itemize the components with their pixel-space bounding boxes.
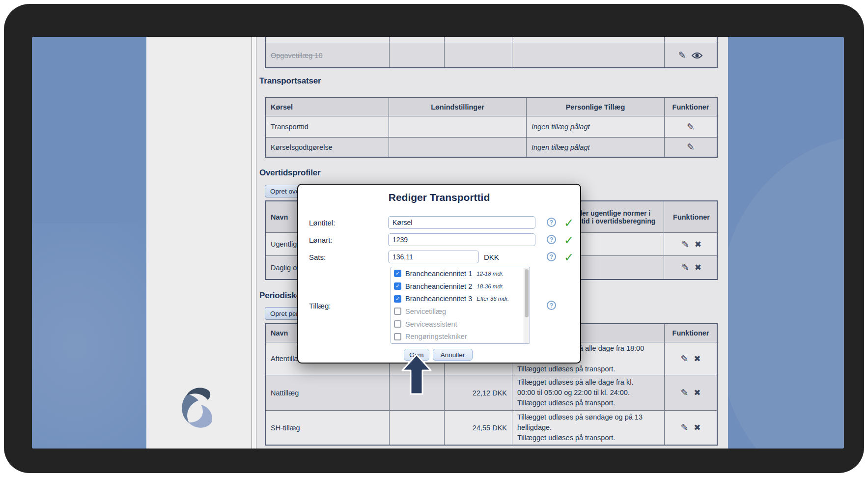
- col-header-koersel: Kørsel: [266, 98, 389, 116]
- edit-icon[interactable]: ✎: [681, 263, 689, 272]
- loenart-input[interactable]: [388, 233, 535, 246]
- table-row: Nattillæg 22,12 DKK Tillægget udløses på…: [266, 375, 717, 410]
- desktop-viewport: Opgavetillæg 10 ✎: [32, 37, 844, 449]
- delete-icon[interactable]: ✖: [694, 389, 700, 397]
- checkbox-unchecked-icon[interactable]: [394, 320, 401, 328]
- edit-icon[interactable]: ✎: [687, 142, 695, 152]
- loentitel-input[interactable]: [388, 216, 535, 229]
- row-name: Transporttid: [266, 116, 389, 137]
- table-row: Opgavetillæg 10 ✎: [266, 43, 717, 67]
- deleted-task-name: Opgavetillæg 10: [271, 52, 323, 59]
- supplement-option[interactable]: Serviceassistent: [391, 318, 530, 331]
- help-icon[interactable]: ?: [547, 218, 556, 227]
- sats-input[interactable]: [388, 251, 479, 263]
- table-row: [266, 37, 717, 43]
- loenart-label: Lønart:: [309, 233, 333, 246]
- checkbox-unchecked-icon[interactable]: [394, 308, 401, 315]
- tillaeg-label: Tillæg:: [309, 299, 331, 312]
- col-header-funktioner: Funktioner: [665, 324, 717, 342]
- delete-icon[interactable]: ✖: [694, 423, 700, 432]
- edit-icon[interactable]: ✎: [678, 51, 686, 60]
- table-row: Transporttid Ingen tillæg pålagt ✎: [266, 116, 717, 137]
- tasks-table: Opgavetillæg 10 ✎: [265, 37, 718, 68]
- table-header-row: Kørsel Lønindstillinger Personlige Tillæ…: [266, 98, 717, 116]
- section-heading-overtime: Overtidsprofiler: [259, 168, 320, 178]
- valid-check-icon: ✓: [564, 252, 574, 263]
- supplement-description: Tillægget udløses på søndage og på 13 he…: [512, 411, 665, 445]
- supplement-option[interactable]: Brancheanciennitet 1 12-18 mdr.: [391, 267, 530, 280]
- edit-icon[interactable]: ✎: [680, 388, 688, 397]
- col-header-funktioner: Funktioner: [664, 201, 719, 232]
- edit-transporttid-dialog: Rediger Transporttid Løntitel: ? ✓ Lønar…: [297, 184, 581, 364]
- row-name: Nattillæg: [266, 375, 390, 410]
- valid-check-icon: ✓: [564, 234, 574, 246]
- col-header-funktioner: Funktioner: [665, 98, 717, 116]
- app-logo-icon: [178, 387, 219, 432]
- checkbox-checked-icon[interactable]: [394, 282, 401, 290]
- show-icon[interactable]: [691, 52, 703, 59]
- rate-value: 22,12 DKK: [445, 375, 512, 410]
- loentitel-label: Løntitel:: [309, 216, 335, 229]
- listbox-scrollbar-thumb[interactable]: [525, 269, 529, 317]
- cancel-button[interactable]: Annuller: [433, 349, 473, 361]
- table-row: SH-tillæg 24,55 DKK Tillægget udløses på…: [266, 410, 717, 445]
- supplement-option[interactable]: Brancheanciennitet 3 Efter 36 mdr.: [391, 292, 530, 305]
- help-icon[interactable]: ?: [547, 301, 556, 310]
- supplement-option[interactable]: Rengøringstekniker: [391, 330, 530, 343]
- screenshot-canvas: { "colors": { "desktop_blue": "#6f8ebc",…: [0, 0, 868, 477]
- currency-suffix: DKK: [484, 251, 499, 263]
- personal-supplement-status: Ingen tillæg pålagt: [527, 138, 665, 157]
- col-header-personlige-tillaeg: Personlige Tillæg: [527, 98, 665, 116]
- edit-icon[interactable]: ✎: [681, 240, 689, 249]
- help-icon[interactable]: ?: [547, 235, 556, 244]
- dialog-title: Rediger Transporttid: [298, 192, 580, 203]
- supplement-option[interactable]: Servicetillæg: [391, 305, 530, 318]
- desktop-wave-decoration: [720, 135, 844, 449]
- valid-check-icon: ✓: [564, 217, 574, 229]
- supplement-description: Tillægget udløses på alle dage fra kl. 0…: [512, 375, 665, 410]
- sats-label: Sats:: [309, 251, 326, 263]
- edit-icon[interactable]: ✎: [687, 122, 695, 132]
- row-name: Kørselsgodtgørelse: [266, 138, 389, 157]
- supplement-option[interactable]: Brancheanciennitet 2 18-36 mdr.: [391, 280, 530, 293]
- screenshot-frame: Opgavetillæg 10 ✎: [4, 4, 864, 473]
- transport-table: Kørsel Lønindstillinger Personlige Tillæ…: [265, 97, 718, 158]
- supplement-multiselect[interactable]: Brancheanciennitet 1 12-18 mdr. Branchea…: [391, 267, 530, 344]
- delete-icon[interactable]: ✖: [694, 355, 700, 363]
- row-name: SH-tillæg: [266, 411, 390, 445]
- edit-icon[interactable]: ✎: [680, 354, 688, 364]
- checkbox-unchecked-icon[interactable]: [394, 333, 401, 340]
- edit-icon[interactable]: ✎: [680, 423, 688, 432]
- checkbox-checked-icon[interactable]: [394, 270, 401, 277]
- table-row: Kørselsgodtgørelse Ingen tillæg pålagt ✎: [266, 137, 717, 157]
- delete-icon[interactable]: ✖: [695, 263, 701, 272]
- personal-supplement-status: Ingen tillæg pålagt: [527, 116, 665, 137]
- pointer-arrow-icon: [401, 354, 432, 396]
- checkbox-checked-icon[interactable]: [394, 295, 401, 303]
- help-icon[interactable]: ?: [547, 252, 556, 261]
- rate-value: 24,55 DKK: [445, 411, 512, 445]
- col-header-loenindstillinger: Lønindstillinger: [389, 98, 527, 116]
- listbox-scrollbar[interactable]: [524, 268, 529, 343]
- section-heading-transport: Transportsatser: [259, 76, 321, 86]
- delete-icon[interactable]: ✖: [695, 240, 701, 249]
- content-scrollbar[interactable]: [252, 37, 256, 449]
